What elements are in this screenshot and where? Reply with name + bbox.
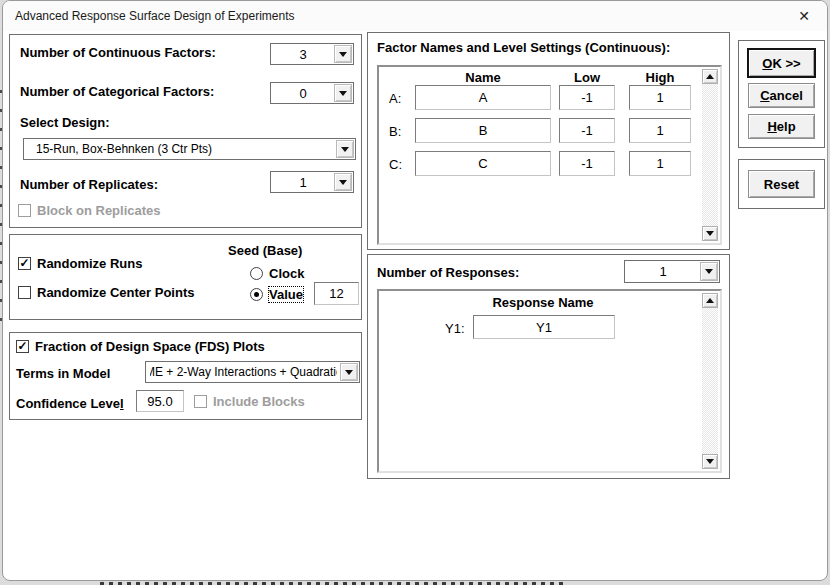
select-design-label: Select Design:: [20, 115, 110, 130]
cancel-button[interactable]: Cancel: [748, 83, 815, 108]
reset-button-label: Reset: [764, 177, 799, 192]
confidence-level-text: Confidence Leve: [16, 396, 120, 411]
reset-button[interactable]: Reset: [748, 170, 815, 198]
chevron-down-icon[interactable]: [334, 173, 352, 191]
terms-in-model-label: Terms in Model: [16, 366, 110, 381]
continuous-factors-select[interactable]: 3: [270, 43, 354, 65]
factor-table-scrollbar[interactable]: [702, 69, 718, 241]
factor-low-input[interactable]: -1: [559, 85, 615, 110]
factor-name-input[interactable]: B: [415, 118, 551, 143]
cancel-accesskey: C: [760, 88, 769, 103]
scroll-down-icon[interactable]: [702, 454, 718, 469]
randomize-runs-label: Randomize Runs: [37, 256, 142, 271]
factor-low-input[interactable]: -1: [559, 118, 615, 143]
ok-rest: K >>: [772, 56, 800, 71]
value-radio[interactable]: [250, 288, 263, 301]
fds-plots-checkbox[interactable]: ✓: [16, 340, 29, 353]
randomize-center-checkbox[interactable]: [18, 286, 31, 299]
categorical-factors-select[interactable]: 0: [270, 82, 354, 104]
include-blocks-checkbox[interactable]: [194, 395, 207, 408]
down-arrow-icon: [706, 231, 714, 240]
response-name-input[interactable]: Y1: [473, 315, 615, 339]
clock-radio[interactable]: [250, 267, 263, 280]
include-blocks-label: Include Blocks: [213, 394, 305, 409]
response-row-label: Y1:: [445, 321, 465, 336]
number-of-responses-select[interactable]: 1: [624, 260, 720, 283]
factor-row-label: C:: [389, 157, 402, 172]
chevron-down-icon[interactable]: [336, 140, 354, 158]
seed-value-row: Value: [250, 287, 303, 302]
factor-row-label: B:: [389, 124, 401, 139]
chevron-down-icon[interactable]: [340, 363, 358, 381]
factor-name-input[interactable]: C: [415, 151, 551, 176]
randomize-runs-checkbox[interactable]: ✓: [18, 257, 31, 270]
confidence-level-label: Confidence Level: [16, 396, 124, 411]
help-button[interactable]: Help: [748, 114, 815, 139]
cancel-button-label: Cancel: [760, 88, 803, 103]
chevron-down-icon[interactable]: [334, 84, 352, 102]
dialog-title: Advanced Response Surface Design of Expe…: [15, 9, 295, 23]
fds-groupbox: ✓ Fraction of Design Space (FDS) Plots T…: [9, 332, 362, 420]
chevron-down-icon[interactable]: [334, 45, 352, 63]
include-blocks-row: Include Blocks: [194, 394, 305, 409]
block-on-replicates-row: Block on Replicates: [18, 203, 161, 218]
chevron-down-icon[interactable]: [700, 262, 718, 281]
continuous-factors-label: Number of Continuous Factors:: [20, 45, 216, 60]
randomize-groupbox: ✓ Randomize Runs Randomize Center Points…: [9, 234, 362, 320]
high-column-header: High: [629, 70, 691, 85]
confidence-level-input[interactable]: 95.0: [136, 390, 184, 412]
response-table: Response Name Y1: Y1: [377, 289, 722, 473]
scroll-down-icon[interactable]: [702, 226, 718, 241]
number-of-responses-label: Number of Responses:: [377, 265, 519, 280]
replicates-label: Number of Replicates:: [20, 177, 158, 192]
design-selection-groupbox: Number of Continuous Factors: 3 Number o…: [9, 34, 362, 228]
factor-name-input[interactable]: A: [415, 85, 551, 110]
reset-groupbox: Reset: [738, 159, 825, 209]
randomize-center-label: Randomize Center Points: [37, 285, 194, 300]
factor-row-label: A:: [389, 91, 401, 106]
randomize-center-row: Randomize Center Points: [18, 285, 194, 300]
clock-label: Clock: [269, 266, 304, 281]
select-design-select[interactable]: 15-Run, Box-Behnken (3 Ctr Pts): [23, 138, 356, 160]
dropdown-arrow-icon: [341, 147, 349, 156]
categorical-factors-value: 0: [275, 83, 331, 103]
close-icon[interactable]: ✕: [791, 4, 817, 28]
check-icon: ✓: [19, 257, 29, 269]
seed-value-input[interactable]: 12: [314, 282, 359, 305]
fds-plots-row: ✓ Fraction of Design Space (FDS) Plots: [16, 339, 265, 354]
help-accesskey: H: [767, 119, 776, 134]
help-button-label: Help: [767, 119, 795, 134]
factor-high-input[interactable]: 1: [629, 85, 691, 110]
fds-plots-label: Fraction of Design Space (FDS) Plots: [35, 339, 265, 354]
cancel-rest: ancel: [770, 88, 803, 103]
response-table-scrollbar[interactable]: [702, 293, 718, 469]
factor-table: Name Low High A: A -1 1 B: B -1 1 C: C -…: [377, 65, 722, 245]
continuous-factors-value: 3: [275, 44, 331, 64]
factor-low-input[interactable]: -1: [559, 151, 615, 176]
check-icon: ✓: [17, 340, 27, 352]
factor-names-groupbox: Factor Names and Level Settings (Continu…: [367, 32, 730, 250]
up-arrow-icon: [706, 294, 714, 303]
ok-button[interactable]: OK >>: [748, 49, 815, 77]
randomize-runs-row: ✓ Randomize Runs: [18, 256, 142, 271]
block-on-replicates-checkbox[interactable]: [18, 204, 31, 217]
response-name-header: Response Name: [443, 295, 643, 310]
scroll-up-icon[interactable]: [702, 69, 718, 84]
factor-high-input[interactable]: 1: [629, 151, 691, 176]
factor-high-input[interactable]: 1: [629, 118, 691, 143]
dropdown-arrow-icon: [339, 52, 347, 61]
up-arrow-icon: [706, 70, 714, 79]
ok-button-label: OK >>: [762, 56, 800, 71]
down-arrow-icon: [706, 459, 714, 468]
scroll-up-icon[interactable]: [702, 293, 718, 308]
dropdown-arrow-icon: [345, 370, 353, 379]
dropdown-arrow-icon: [339, 180, 347, 189]
responses-groupbox: Number of Responses: 1 Response Name Y1:…: [367, 254, 730, 479]
terms-in-model-value: ME + 2-Way Interactions + Quadratic: [150, 362, 337, 382]
terms-in-model-select[interactable]: ME + 2-Way Interactions + Quadratic: [145, 361, 360, 383]
dropdown-arrow-icon: [339, 91, 347, 100]
replicates-select[interactable]: 1: [270, 171, 354, 193]
replicates-value: 1: [275, 172, 331, 192]
name-column-header: Name: [415, 70, 551, 85]
title-bar: Advanced Response Surface Design of Expe…: [3, 1, 827, 31]
